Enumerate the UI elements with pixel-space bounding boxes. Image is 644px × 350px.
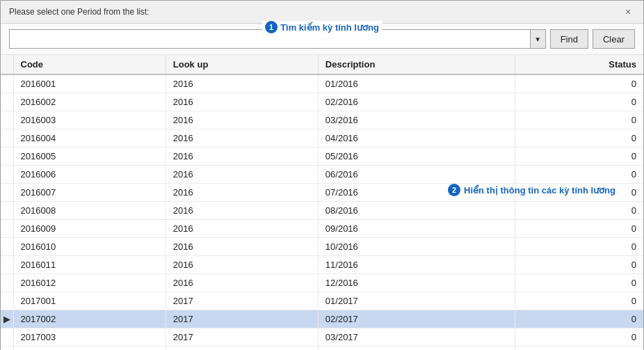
row-indicator — [1, 166, 13, 184]
row-description: 02/2016 — [318, 93, 515, 111]
row-indicator — [1, 184, 13, 202]
table-row[interactable]: 2016003201603/20160 — [1, 111, 643, 129]
table-row[interactable]: 2016009201609/20160 — [1, 220, 643, 238]
search-label: 1 Tìm kiếm kỳ tính lương — [262, 21, 382, 33]
table-row[interactable]: 2016008201608/20160 — [1, 202, 643, 220]
table-row[interactable]: 2016001201601/20160 — [1, 74, 643, 93]
row-code: 2017001 — [13, 292, 166, 310]
row-code: 2017003 — [13, 328, 166, 347]
row-status: 0 — [515, 328, 643, 347]
row-status: 0 — [515, 93, 643, 111]
row-lookup: 2017 — [166, 347, 318, 351]
row-status: 0 — [515, 111, 643, 129]
row-code: 2016005 — [13, 148, 166, 166]
search-label-text: Tìm kiếm kỳ tính lương — [280, 22, 379, 33]
table-row[interactable]: 2016005201605/20160 — [1, 148, 643, 166]
row-status: 0 — [515, 184, 643, 202]
table-row[interactable]: 2017004201704/20170 — [1, 347, 643, 351]
row-description: 03/2017 — [318, 328, 515, 347]
row-lookup: 2017 — [166, 310, 318, 328]
row-description: 04/2017 — [318, 347, 515, 351]
row-description: 10/2016 — [318, 238, 515, 256]
table-row[interactable]: 2016007201607/20160 — [1, 184, 643, 202]
row-indicator — [1, 202, 13, 220]
row-indicator — [1, 111, 13, 129]
find-button[interactable]: Find — [550, 29, 588, 49]
row-code: 2016006 — [13, 166, 166, 184]
table-container: Code Look up Description Status 20160012… — [1, 55, 643, 350]
table-row[interactable]: 2016010201610/20160 — [1, 238, 643, 256]
row-description: 05/2016 — [318, 148, 515, 166]
row-status: 0 — [515, 202, 643, 220]
dialog-title: Please select one Period from the list: — [9, 7, 149, 17]
table-row[interactable]: 2017001201701/20170 — [1, 292, 643, 310]
row-code: 2017002 — [13, 310, 166, 328]
row-status: 0 — [515, 129, 643, 148]
row-code: 2016004 — [13, 129, 166, 148]
row-description: 09/2016 — [318, 220, 515, 238]
row-indicator: ▶ — [1, 310, 13, 328]
row-description: 12/2016 — [318, 274, 515, 292]
row-code: 2016010 — [13, 238, 166, 256]
row-code: 2016002 — [13, 93, 166, 111]
row-code: 2017004 — [13, 347, 166, 351]
row-indicator — [1, 129, 13, 148]
row-lookup: 2016 — [166, 166, 318, 184]
code-column-header: Code — [13, 55, 166, 74]
search-badge: 1 — [265, 21, 277, 33]
periods-table: Code Look up Description Status 20160012… — [1, 55, 643, 350]
table-row[interactable]: 2016011201611/20160 — [1, 256, 643, 274]
row-lookup: 2016 — [166, 238, 318, 256]
table-header-row: Code Look up Description Status — [1, 55, 643, 74]
row-description: 07/2016 — [318, 184, 515, 202]
row-lookup: 2016 — [166, 111, 318, 129]
table-row[interactable]: 2016004201604/20160 — [1, 129, 643, 148]
row-indicator — [1, 274, 13, 292]
row-indicator — [1, 292, 13, 310]
row-code: 2016007 — [13, 184, 166, 202]
row-indicator — [1, 93, 13, 111]
row-lookup: 2016 — [166, 274, 318, 292]
row-lookup: 2016 — [166, 220, 318, 238]
row-indicator — [1, 347, 13, 351]
lookup-column-header: Look up — [166, 55, 318, 74]
row-code: 2016009 — [13, 220, 166, 238]
dialog: Please select one Period from the list: … — [0, 0, 644, 350]
status-column-header: Status — [515, 55, 643, 74]
row-indicator — [1, 74, 13, 93]
row-code: 2016012 — [13, 274, 166, 292]
description-column-header: Description — [318, 55, 515, 74]
row-status: 0 — [515, 292, 643, 310]
row-status: 0 — [515, 256, 643, 274]
dropdown-button[interactable]: ▼ — [531, 29, 546, 49]
row-status: 0 — [515, 347, 643, 351]
table-body: 2016001201601/201602016002201602/2016020… — [1, 74, 643, 350]
row-description: 03/2016 — [318, 111, 515, 129]
row-status: 0 — [515, 148, 643, 166]
row-lookup: 2016 — [166, 74, 318, 93]
row-code: 2016008 — [13, 202, 166, 220]
row-status: 0 — [515, 166, 643, 184]
indicator-header — [1, 55, 13, 74]
table-row[interactable]: 2016006201606/20160 — [1, 166, 643, 184]
table-row[interactable]: ▶2017002201702/20170 — [1, 310, 643, 328]
table-row[interactable]: 2016012201612/20160 — [1, 274, 643, 292]
row-status: 0 — [515, 310, 643, 328]
row-description: 06/2016 — [318, 166, 515, 184]
table-row[interactable]: 2017003201703/20170 — [1, 328, 643, 347]
row-status: 0 — [515, 238, 643, 256]
row-indicator — [1, 148, 13, 166]
search-bar: 1 Tìm kiếm kỳ tính lương ▼ Find Clear — [1, 24, 643, 55]
row-lookup: 2016 — [166, 256, 318, 274]
row-code: 2016001 — [13, 74, 166, 93]
clear-button[interactable]: Clear — [593, 29, 635, 49]
row-code: 2016011 — [13, 256, 166, 274]
row-lookup: 2017 — [166, 292, 318, 310]
row-description: 04/2016 — [318, 129, 515, 148]
row-status: 0 — [515, 74, 643, 93]
row-indicator — [1, 256, 13, 274]
row-description: 02/2017 — [318, 310, 515, 328]
row-indicator — [1, 238, 13, 256]
table-row[interactable]: 2016002201602/20160 — [1, 93, 643, 111]
close-button[interactable]: × — [621, 5, 635, 19]
